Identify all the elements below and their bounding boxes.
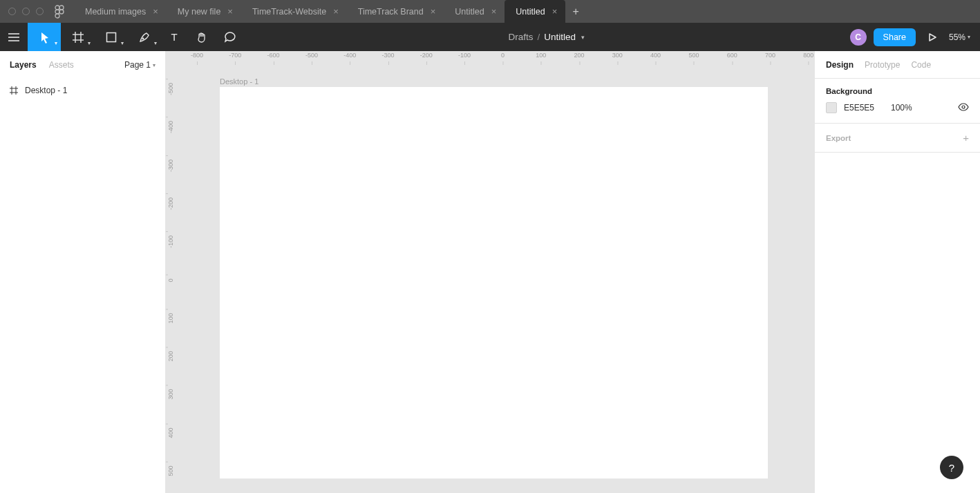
traffic-close[interactable] — [8, 8, 16, 15]
pen-tool[interactable]: ▾ — [127, 23, 160, 51]
ruler-horizontal: -800-700-600-500-400-300-200-10001002003… — [180, 51, 814, 65]
tab-untitled-1[interactable]: Untitled× — [444, 0, 505, 23]
traffic-minimize[interactable] — [22, 8, 30, 15]
svg-point-0 — [55, 6, 59, 10]
ruler-vertical: -500-400-300-200-1000100200300400500 — [166, 65, 180, 493]
close-icon[interactable]: × — [491, 7, 497, 16]
comment-tool[interactable] — [216, 23, 243, 51]
tab-layers[interactable]: Layers — [10, 60, 37, 70]
close-icon[interactable]: × — [333, 7, 339, 16]
tab-untitled-2[interactable]: Untitled× — [505, 0, 565, 23]
traffic-zoom[interactable] — [36, 8, 44, 15]
chevron-down-icon: ▾ — [55, 40, 57, 46]
svg-point-3 — [59, 10, 64, 14]
svg-point-2 — [55, 10, 59, 14]
chevron-down-icon: ▾ — [88, 40, 91, 46]
background-swatch[interactable] — [826, 102, 837, 113]
move-tool[interactable]: ▾ — [28, 23, 61, 51]
tab-design[interactable]: Design — [826, 60, 854, 70]
svg-point-13 — [142, 37, 144, 39]
figma-logo-icon[interactable] — [55, 5, 64, 19]
text-tool[interactable]: T — [160, 23, 188, 51]
page-selector[interactable]: Page 1▾ — [124, 60, 156, 70]
breadcrumb[interactable]: Drafts / Untitled ▾ — [243, 32, 850, 42]
tab-timetrack-website[interactable]: TimeTrack-Website× — [241, 0, 347, 23]
frame-icon — [10, 86, 18, 95]
tab-code[interactable]: Code — [911, 60, 931, 70]
hand-tool[interactable] — [188, 23, 216, 51]
tab-assets[interactable]: Assets — [49, 60, 74, 70]
close-icon[interactable]: × — [153, 7, 158, 16]
chevron-down-icon: ▾ — [121, 40, 124, 46]
ruler-corner — [166, 51, 180, 65]
file-tabs: Medium images× My new file× TimeTrack-We… — [74, 0, 586, 23]
frame-desktop-1[interactable] — [220, 87, 768, 478]
mac-traffic-lights — [0, 8, 50, 15]
breadcrumb-file[interactable]: Untitled — [544, 32, 576, 42]
background-opacity[interactable]: 100% — [891, 103, 918, 113]
svg-point-1 — [59, 6, 64, 10]
toolbar: ▾ ▾ ▾ ▾ T Drafts / Untitled ▾ C Share 55… — [0, 23, 980, 51]
canvas[interactable]: -800-700-600-500-400-300-200-10001002003… — [166, 51, 814, 493]
svg-point-19 — [962, 106, 965, 108]
avatar[interactable]: C — [850, 29, 867, 46]
svg-text:T: T — [171, 32, 177, 43]
help-button[interactable]: ? — [940, 456, 963, 479]
tab-my-new-file[interactable]: My new file× — [167, 0, 241, 23]
right-panel: Design Prototype Code Background E5E5E5 … — [814, 51, 980, 493]
main-menu-button[interactable] — [0, 23, 28, 51]
background-title: Background — [826, 87, 969, 95]
os-tab-bar: Medium images× My new file× TimeTrack-We… — [0, 0, 980, 23]
export-section[interactable]: Export + — [815, 124, 980, 153]
tab-medium-images[interactable]: Medium images× — [74, 0, 167, 23]
svg-point-4 — [55, 14, 59, 18]
chevron-down-icon: ▾ — [153, 62, 156, 68]
background-section: Background E5E5E5 100% — [815, 79, 980, 124]
layer-row[interactable]: Desktop - 1 — [0, 81, 165, 99]
close-icon[interactable]: × — [227, 7, 233, 16]
layer-name: Desktop - 1 — [25, 86, 67, 95]
close-icon[interactable]: × — [431, 7, 436, 16]
visibility-toggle[interactable] — [958, 103, 969, 113]
zoom-level[interactable]: 55%▾ — [949, 32, 970, 42]
shape-tool[interactable]: ▾ — [94, 23, 127, 51]
tab-timetrack-brand[interactable]: TimeTrack Brand× — [347, 0, 444, 23]
layer-list: Desktop - 1 — [0, 79, 165, 102]
frame-label[interactable]: Desktop - 1 — [220, 77, 258, 86]
breadcrumb-location[interactable]: Drafts — [509, 32, 534, 42]
chevron-down-icon[interactable]: ▾ — [581, 34, 585, 41]
share-button[interactable]: Share — [874, 28, 916, 46]
svg-rect-12 — [107, 32, 116, 41]
tab-prototype[interactable]: Prototype — [865, 60, 900, 70]
frame-tool[interactable]: ▾ — [61, 23, 94, 51]
export-label: Export — [826, 134, 851, 142]
chevron-down-icon: ▾ — [154, 40, 157, 46]
close-icon[interactable]: × — [552, 7, 558, 16]
plus-icon[interactable]: + — [963, 132, 969, 144]
left-panel: Layers Assets Page 1▾ Desktop - 1 — [0, 51, 166, 493]
present-button[interactable] — [923, 23, 942, 51]
new-tab-button[interactable]: + — [565, 0, 586, 23]
chevron-down-icon: ▾ — [968, 34, 970, 40]
background-hex[interactable]: E5E5E5 — [844, 103, 884, 113]
